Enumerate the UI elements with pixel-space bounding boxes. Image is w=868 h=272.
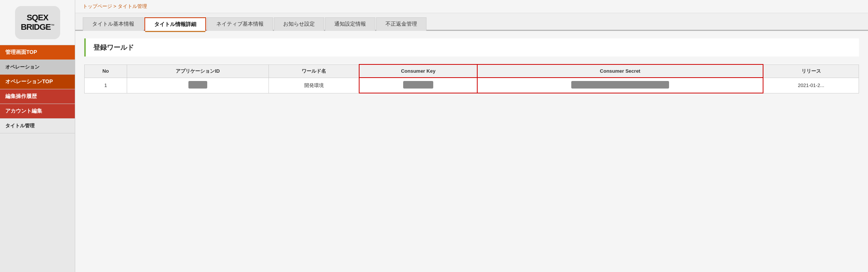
cell-world-name: 開発環境 [269,78,360,93]
consumer-secret-redacted [571,81,669,89]
tab-notify-setting[interactable]: 通知設定情報 [325,17,375,31]
tab-detail-info[interactable]: タイトル情報詳細 [144,17,206,31]
col-header-release: リリース [763,64,859,78]
sidebar-item-operation-header: オペレーション [0,60,75,75]
world-table: No アプリケーションID ワールド名 Consumer Key Consume… [84,64,859,93]
logo-line2: BRIDGE™ [21,23,54,32]
cell-no: 1 [85,78,127,93]
sidebar-items: 管理画面TOP オペレーション オペレーションTOP 編集操作履歴 アカウント編… [0,45,75,133]
table-row: 1 開発環境 2021-01-2... [85,78,859,93]
col-header-world-name: ワールド名 [269,64,360,78]
logo-area: SQEX BRIDGE™ [0,0,75,45]
cell-release: 2021-01-2... [763,78,859,93]
col-header-consumer-key: Consumer Key [359,64,477,78]
col-header-app-id: アプリケーションID [127,64,269,78]
sidebar-item-title-mgmt[interactable]: タイトル管理 [0,119,75,133]
sidebar: SQEX BRIDGE™ 管理画面TOP オペレーション オペレーションTOP … [0,0,75,272]
tab-refund[interactable]: 不正返金管理 [376,17,426,31]
app-id-redacted [188,81,207,89]
breadcrumb: トップページ > タイトル管理 [75,0,868,13]
cell-consumer-key [359,78,477,93]
section-title: 登録ワールド [84,38,859,57]
consumer-key-redacted [403,81,433,89]
col-header-consumer-secret: Consumer Secret [477,64,763,78]
content-area: 登録ワールド No アプリケーションID ワールド名 Consumer Key … [75,31,868,101]
cell-consumer-secret [477,78,763,93]
main-content: トップページ > タイトル管理 タイトル基本情報 タイトル情報詳細 ネイティブ基… [75,0,868,272]
breadcrumb-text: トップページ > タイトル管理 [83,3,147,9]
logo-box: SQEX BRIDGE™ [15,6,60,39]
tab-bar: タイトル基本情報 タイトル情報詳細 ネイティブ基本情報 お知らせ設定 通知設定情… [75,13,868,31]
sidebar-item-edit-history[interactable]: 編集操作履歴 [0,89,75,104]
tab-basic-info[interactable]: タイトル基本情報 [83,17,144,31]
logo-text: SQEX BRIDGE™ [21,13,54,31]
tab-notice[interactable]: お知らせ設定 [274,17,324,31]
tab-active-indicator [145,31,205,32]
cell-app-id [127,78,269,93]
sidebar-item-operation-top[interactable]: オペレーションTOP [0,75,75,89]
sidebar-item-admin-top[interactable]: 管理画面TOP [0,45,75,60]
sidebar-item-account-edit[interactable]: アカウント編集 [0,104,75,119]
logo-line1: SQEX [21,13,54,22]
tab-native-basic[interactable]: ネイティブ基本情報 [207,17,273,31]
col-header-no: No [85,64,127,78]
